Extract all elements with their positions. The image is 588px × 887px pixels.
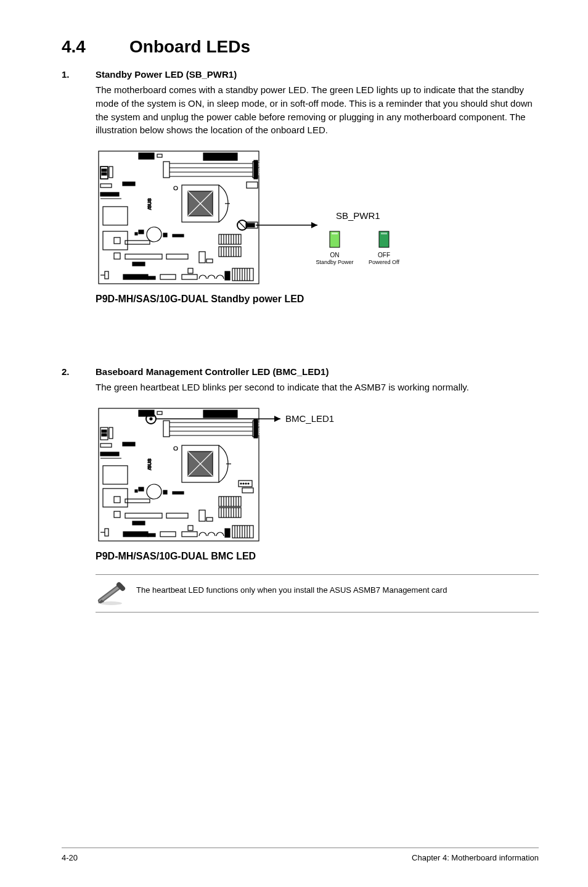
- svg-point-115: [248, 483, 249, 484]
- svg-rect-0: [99, 151, 259, 284]
- svg-rect-122: [163, 490, 167, 494]
- item-2-body: The green heartbeat LED blinks per secon…: [96, 381, 539, 394]
- svg-rect-82: [332, 233, 338, 234]
- svg-rect-32: [163, 233, 167, 237]
- standby-led-diagram: /SUS: [96, 148, 404, 290]
- svg-rect-10: [123, 182, 135, 186]
- item-1-body: The motherboard comes with a standby pow…: [96, 83, 539, 137]
- svg-rect-147: [133, 521, 145, 525]
- svg-rect-67: [225, 271, 230, 280]
- svg-rect-78: [246, 223, 255, 227]
- svg-rect-97: [100, 452, 119, 456]
- item-1-diagram-caption: P9D-MH/SAS/10G-DUAL Standby power LED: [96, 294, 539, 305]
- board-label-2: P9D-MH: [258, 421, 261, 435]
- svg-marker-167: [274, 416, 280, 422]
- svg-rect-6: [102, 169, 107, 171]
- bmc-led1-label: BMC_LED1: [285, 413, 334, 424]
- svg-point-113: [243, 483, 244, 484]
- svg-rect-152: [123, 532, 148, 537]
- svg-rect-93: [102, 434, 107, 436]
- item-1-diagram: /SUS: [96, 148, 539, 305]
- svg-marker-80: [311, 222, 317, 228]
- svg-rect-85: [99, 408, 259, 541]
- section-title: 4.4Onboard LEDs: [62, 37, 539, 57]
- item-1-number: 1.: [62, 69, 96, 80]
- svg-rect-33: [173, 234, 184, 237]
- svg-rect-31: [135, 233, 137, 235]
- svg-point-112: [240, 483, 242, 484]
- svg-text:/SUS: /SUS: [147, 198, 152, 210]
- item-2-heading-row: 2. Baseboard Management Controller LED (…: [62, 366, 539, 377]
- led-on-label: ON: [330, 252, 340, 258]
- led-off-label: OFF: [378, 252, 390, 258]
- item-2-number: 2.: [62, 366, 96, 377]
- svg-text:/SUS: /SUS: [147, 458, 152, 470]
- note-text: The heartbeat LED functions only when yo…: [136, 581, 447, 596]
- led-off-sublabel: Powered Off: [369, 259, 399, 265]
- svg-rect-121: [135, 490, 137, 492]
- chapter-label: Chapter 4: Motherboard information: [412, 853, 539, 862]
- svg-rect-62: [123, 274, 148, 279]
- svg-rect-120: [139, 487, 144, 491]
- svg-rect-153: [148, 534, 155, 537]
- svg-rect-88: [203, 410, 237, 418]
- svg-rect-92: [102, 430, 107, 432]
- item-2-heading: Baseboard Management Controller LED (BMC…: [96, 366, 329, 377]
- svg-point-90: [150, 418, 152, 420]
- item-1-heading: Standby Power LED (SB_PWR1): [96, 69, 237, 80]
- sb-pwr1-label: SB_PWR1: [336, 210, 380, 221]
- svg-rect-30: [139, 230, 144, 234]
- page-number: 4-20: [62, 853, 78, 862]
- svg-rect-57: [133, 262, 145, 266]
- svg-point-114: [245, 483, 247, 484]
- item-2-diagram: /SUS: [96, 405, 539, 562]
- svg-rect-63: [148, 276, 155, 279]
- note-block: The heartbeat LED functions only when yo…: [96, 574, 539, 613]
- section-number: 4.4: [62, 37, 129, 57]
- bmc-led-diagram: /SUS: [96, 405, 367, 547]
- svg-rect-96: [123, 442, 135, 446]
- svg-rect-1: [139, 153, 154, 159]
- svg-rect-84: [381, 233, 387, 234]
- svg-rect-3: [203, 153, 237, 160]
- svg-rect-86: [139, 410, 154, 416]
- section-name: Onboard LEDs: [129, 37, 250, 56]
- led-on-sublabel: Standby Power: [316, 259, 353, 265]
- svg-rect-157: [225, 529, 230, 537]
- item-2-diagram-caption: P9D-MH/SAS/10G-DUAL BMC LED: [96, 551, 539, 562]
- item-1-heading-row: 1. Standby Power LED (SB_PWR1): [62, 69, 539, 80]
- note-icon: [96, 581, 126, 606]
- board-label-1: P9D-MH: [258, 161, 261, 175]
- svg-rect-11: [100, 192, 119, 196]
- svg-rect-7: [102, 173, 107, 175]
- page-footer: 4-20 Chapter 4: Motherboard information: [62, 848, 539, 862]
- svg-rect-123: [173, 492, 184, 494]
